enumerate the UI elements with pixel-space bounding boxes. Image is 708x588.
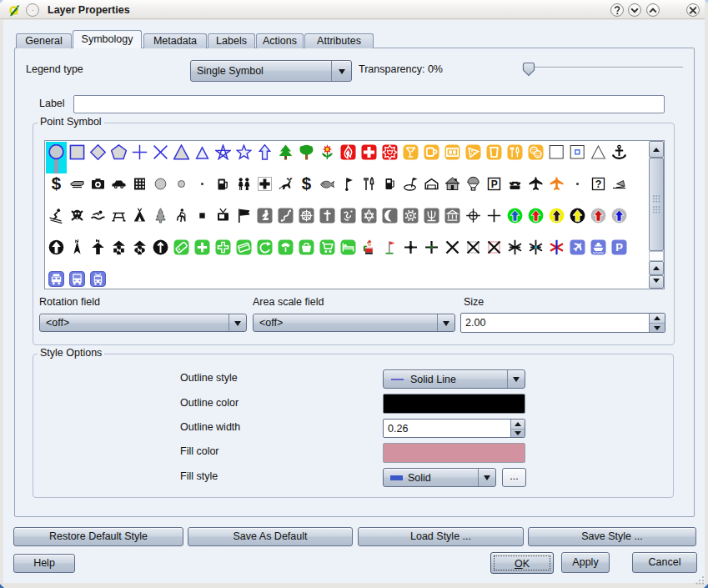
svg-text:P: P xyxy=(615,241,623,254)
svg-text:$: $ xyxy=(52,176,62,192)
svg-text:$: $ xyxy=(302,176,312,192)
svg-text:?: ? xyxy=(595,178,602,190)
svg-text:P: P xyxy=(491,178,498,190)
